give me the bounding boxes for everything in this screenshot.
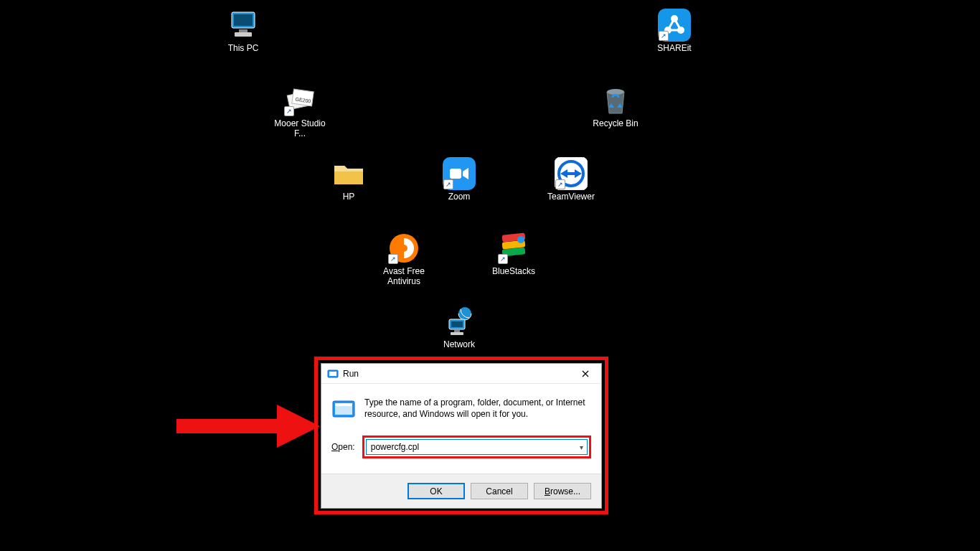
annotation-input-highlight: ▾ (362, 435, 591, 458)
run-open-input[interactable] (366, 439, 588, 455)
desktop-icon-recycle-bin[interactable]: Recycle Bin (588, 83, 643, 129)
desktop-icon-hp[interactable]: HP (321, 156, 376, 202)
shortcut-arrow-icon: ↗ (659, 31, 669, 41)
svg-rect-26 (454, 330, 460, 332)
desktop-icon-label: Avast Free Antivirus (377, 267, 431, 287)
desktop-icon-avast[interactable]: ↗ Avast Free Antivirus (377, 231, 431, 287)
svg-rect-1 (234, 14, 253, 26)
shortcut-arrow-icon: ↗ (388, 254, 398, 264)
cancel-button[interactable]: Cancel (471, 483, 528, 499)
desktop-icon-bluestacks[interactable]: ↗ BlueStacks (486, 231, 541, 277)
desktop-icon-mooer[interactable]: GE200 ↗ Mooer Studio F... (273, 83, 327, 139)
close-icon (582, 370, 589, 377)
close-button[interactable] (571, 364, 600, 383)
zoom-icon: ↗ (442, 156, 476, 191)
shortcut-arrow-icon: ↗ (498, 254, 508, 264)
shareit-icon: ↗ (657, 8, 692, 42)
this-pc-icon (226, 8, 260, 42)
svg-rect-25 (451, 321, 463, 327)
avast-icon: ↗ (387, 231, 421, 265)
run-app-icon (327, 368, 339, 380)
shortcut-arrow-icon: ↗ (555, 179, 565, 189)
desktop-icon-label: Recycle Bin (593, 119, 638, 129)
browse-button[interactable]: Browse... (534, 483, 591, 499)
run-button-bar: OK Cancel Browse... (321, 474, 601, 508)
svg-rect-28 (176, 419, 277, 433)
svg-point-22 (517, 236, 524, 243)
desktop-icon-label: HP (343, 192, 355, 202)
svg-rect-30 (329, 372, 336, 376)
run-title: Run (343, 369, 359, 379)
svg-rect-3 (235, 32, 252, 37)
teamviewer-icon: ↗ (554, 156, 588, 191)
desktop-icon-label: SHAREit (657, 44, 691, 54)
desktop-icon-label: Zoom (448, 192, 471, 202)
run-description: Type the name of a program, folder, docu… (364, 397, 591, 420)
svg-rect-27 (451, 332, 463, 335)
run-dialog-icon (331, 397, 356, 421)
shortcut-arrow-icon: ↗ (284, 106, 294, 116)
run-dialog: Run Type the name of a program, folder, … (321, 363, 602, 509)
desktop-icon-teamviewer[interactable]: ↗ TeamViewer (544, 156, 598, 202)
desktop-icon-label: Network (443, 340, 475, 350)
run-titlebar[interactable]: Run (321, 364, 601, 384)
desktop-icon-this-pc[interactable]: This PC (216, 8, 270, 54)
shortcut-arrow-icon: ↗ (443, 179, 453, 189)
svg-rect-2 (239, 29, 248, 32)
ok-button[interactable]: OK (407, 483, 465, 499)
svg-rect-33 (335, 403, 352, 406)
desktop-icon-zoom[interactable]: ↗ Zoom (432, 156, 486, 202)
run-open-label: Open: (331, 442, 355, 452)
folder-icon (331, 156, 366, 191)
desktop-icon-label: Mooer Studio F... (273, 119, 327, 139)
bluestacks-icon: ↗ (496, 231, 531, 265)
mooer-icon: GE200 ↗ (283, 83, 317, 118)
annotation-arrow (176, 405, 320, 448)
svg-point-18 (400, 245, 407, 252)
svg-rect-16 (567, 172, 575, 175)
network-icon (442, 304, 476, 339)
desktop-icon-label: This PC (228, 44, 259, 54)
recycle-bin-icon (598, 83, 633, 118)
svg-rect-13 (450, 169, 461, 179)
desktop-icon-shareit[interactable]: ↗ SHAREit (647, 8, 702, 54)
desktop-icon-network[interactable]: Network (432, 304, 486, 350)
desktop-icon-label: TeamViewer (547, 192, 595, 202)
desktop-icon-label: BlueStacks (492, 267, 535, 277)
